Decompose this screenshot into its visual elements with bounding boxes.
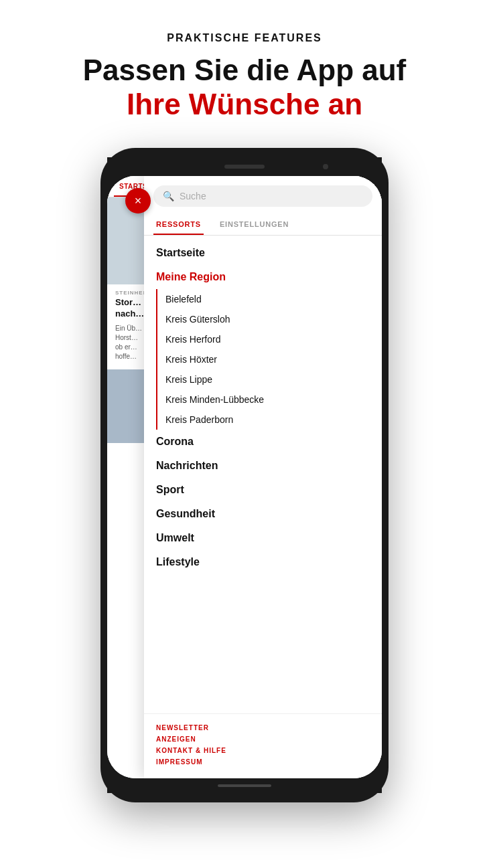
menu-overlay: × 🔍 Suche RESSORTS EINSTELLUNGEN — [144, 176, 382, 778]
phone-top-bar — [107, 157, 382, 176]
footer-link-impressum[interactable]: IMPRESSUM — [156, 756, 370, 768]
menu-item-kreis-paderborn[interactable]: Kreis Paderborn — [156, 410, 382, 430]
menu-item-kreis-lippe[interactable]: Kreis Lippe — [156, 369, 382, 389]
phone-outer: STARTSEITE STEINHEIM Stor…nach… Ein Üb…H… — [100, 148, 389, 802]
menu-item-kreis-minden-luebbecke[interactable]: Kreis Minden-Lübbecke — [156, 389, 382, 410]
phone-mockup: STARTSEITE STEINHEIM Stor…nach… Ein Üb…H… — [100, 148, 389, 802]
screen-content: STARTSEITE STEINHEIM Stor…nach… Ein Üb…H… — [107, 176, 382, 778]
search-bar[interactable]: 🔍 Suche — [153, 185, 372, 207]
phone-screen: STARTSEITE STEINHEIM Stor…nach… Ein Üb…H… — [107, 176, 382, 778]
search-container: 🔍 Suche — [144, 176, 382, 213]
menu-item-umwelt[interactable]: Umwelt — [144, 526, 382, 550]
phone-bottom-bar — [107, 778, 382, 793]
phone-camera — [323, 164, 328, 169]
phone-speaker — [224, 165, 265, 169]
header-subtitle: PRAKTISCHE FEATURES — [83, 32, 407, 44]
header-section: PRAKTISCHE FEATURES Passen Sie die App a… — [56, 0, 433, 141]
footer-link-kontakt-hilfe[interactable]: KONTAKT & HILFE — [156, 745, 370, 756]
menu-item-meine-region[interactable]: Meine Region — [144, 265, 382, 289]
footer-link-anzeigen[interactable]: ANZEIGEN — [156, 733, 370, 745]
menu-item-sport[interactable]: Sport — [144, 478, 382, 502]
close-icon: × — [135, 195, 142, 207]
menu-item-nachrichten[interactable]: Nachrichten — [144, 454, 382, 478]
close-button[interactable]: × — [125, 188, 151, 213]
search-icon: 🔍 — [163, 191, 174, 201]
menu-item-startseite[interactable]: Startseite — [144, 241, 382, 265]
menu-list: Startseite Meine Region Bielefeld Kreis … — [144, 236, 382, 713]
header-title-line1: Passen Sie die App auf — [83, 54, 407, 86]
footer-link-newsletter[interactable]: NEWSLETTER — [156, 722, 370, 733]
menu-item-gesundheit[interactable]: Gesundheit — [144, 502, 382, 526]
header-title: Passen Sie die App auf Ihre Wünsche an — [83, 54, 407, 121]
tab-einstellungen[interactable]: EINSTELLUNGEN — [217, 213, 291, 235]
menu-item-kreis-hoexter[interactable]: Kreis Höxter — [156, 349, 382, 369]
footer-links: NEWSLETTER ANZEIGEN KONTAKT & HILFE IMPR… — [144, 713, 382, 778]
search-placeholder: Suche — [180, 191, 206, 201]
menu-item-kreis-herford[interactable]: Kreis Herford — [156, 329, 382, 349]
menu-item-kreis-guetersloh[interactable]: Kreis Gütersloh — [156, 309, 382, 329]
menu-item-corona[interactable]: Corona — [144, 430, 382, 454]
menu-item-lifestyle[interactable]: Lifestyle — [144, 550, 382, 574]
menu-item-bielefeld[interactable]: Bielefeld — [156, 289, 382, 309]
phone-home-indicator — [218, 784, 271, 787]
tab-ressorts[interactable]: RESSORTS — [153, 213, 204, 235]
header-title-line2: Ihre Wünsche an — [127, 88, 362, 120]
tabs-row: RESSORTS EINSTELLUNGEN — [144, 213, 382, 236]
